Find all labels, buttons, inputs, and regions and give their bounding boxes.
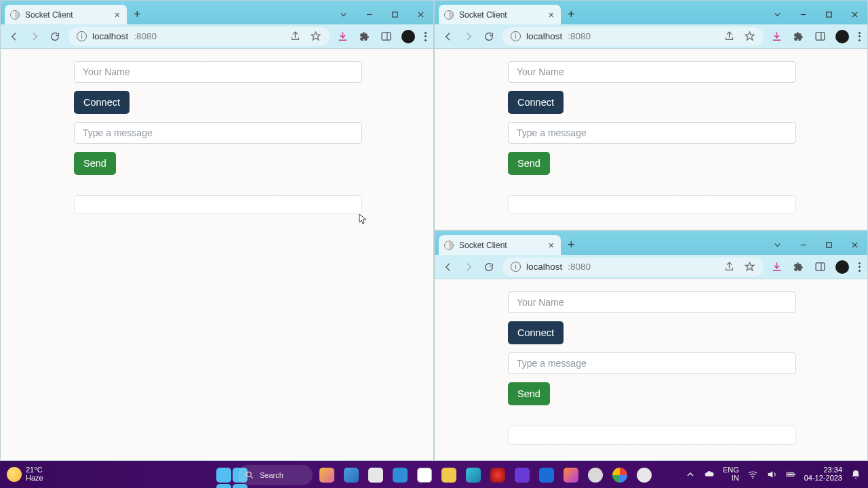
taskbar-app-icon[interactable] <box>536 465 557 485</box>
name-input[interactable] <box>508 291 796 313</box>
reload-button[interactable] <box>482 260 496 274</box>
chevron-down-icon[interactable] <box>330 4 356 24</box>
taskbar-app-icon[interactable] <box>488 465 508 485</box>
taskbar-app-icon[interactable] <box>341 465 361 485</box>
message-input[interactable] <box>508 352 796 374</box>
taskbar-app-icon[interactable] <box>317 465 337 485</box>
taskbar-app-icon[interactable] <box>561 465 581 485</box>
kebab-menu-icon[interactable] <box>425 32 427 41</box>
sidepanel-icon[interactable] <box>814 30 826 43</box>
send-button[interactable]: Send <box>508 382 550 405</box>
connect-button[interactable]: Connect <box>74 91 130 114</box>
download-icon[interactable] <box>770 261 783 273</box>
sidepanel-icon[interactable] <box>814 261 826 273</box>
bookmark-star-icon[interactable] <box>743 261 755 273</box>
globe-icon <box>444 241 454 250</box>
profile-avatar[interactable] <box>835 260 849 274</box>
download-icon[interactable] <box>770 30 783 43</box>
battery-icon[interactable] <box>785 469 796 480</box>
browser-tab[interactable]: Socket Client × <box>439 235 561 255</box>
send-button[interactable]: Send <box>74 152 116 175</box>
forward-button[interactable] <box>462 30 475 43</box>
address-bar[interactable]: i localhost:8080 <box>502 258 764 277</box>
browser-tab[interactable]: Socket Client × <box>439 5 561 24</box>
message-input[interactable] <box>508 122 796 144</box>
close-window-button[interactable] <box>842 235 867 255</box>
profile-avatar[interactable] <box>401 30 415 43</box>
sidepanel-icon[interactable] <box>380 30 392 43</box>
page-content: Connect Send <box>435 49 867 230</box>
forward-button[interactable] <box>28 30 41 43</box>
taskbar-app-icon[interactable] <box>439 465 459 485</box>
onedrive-icon[interactable] <box>704 469 715 480</box>
start-button[interactable] <box>214 465 234 485</box>
site-info-icon[interactable]: i <box>77 31 87 41</box>
taskbar-app-icon[interactable] <box>610 465 630 485</box>
back-button[interactable] <box>7 30 21 43</box>
maximize-button[interactable] <box>382 4 408 24</box>
chevron-up-icon[interactable] <box>685 469 696 480</box>
kebab-menu-icon[interactable] <box>859 32 861 41</box>
close-tab-icon[interactable]: × <box>115 9 120 20</box>
minimize-button[interactable] <box>356 4 382 24</box>
back-button[interactable] <box>441 260 455 274</box>
reload-button[interactable] <box>482 30 496 43</box>
taskbar-app-icon[interactable] <box>414 465 435 485</box>
taskbar-app-icon[interactable] <box>463 465 484 485</box>
share-icon[interactable] <box>723 30 735 43</box>
kebab-menu-icon[interactable] <box>859 262 861 272</box>
share-icon[interactable] <box>289 30 301 43</box>
clock[interactable]: 23:34 04-12-2023 <box>804 466 842 482</box>
back-button[interactable] <box>441 30 455 43</box>
name-input[interactable] <box>74 61 362 83</box>
site-info-icon[interactable]: i <box>511 31 521 41</box>
messages-panel <box>74 195 362 214</box>
taskbar-search[interactable]: Search <box>238 465 313 485</box>
send-button[interactable]: Send <box>508 152 550 175</box>
windows-taskbar[interactable]: 21°C Haze Search ENG IN <box>0 461 868 488</box>
search-icon <box>245 470 254 480</box>
notifications-icon[interactable] <box>850 469 861 480</box>
message-input[interactable] <box>74 122 362 144</box>
connect-button[interactable]: Connect <box>508 321 564 344</box>
taskbar-app-icon[interactable] <box>366 465 386 485</box>
name-input[interactable] <box>508 61 796 83</box>
minimize-button[interactable] <box>790 235 816 255</box>
taskbar-app-icon[interactable] <box>512 465 532 485</box>
extensions-icon[interactable] <box>792 30 804 43</box>
site-info-icon[interactable]: i <box>511 262 521 272</box>
weather-widget[interactable]: 21°C Haze <box>7 466 43 482</box>
new-tab-button[interactable]: + <box>561 7 582 24</box>
language-indicator[interactable]: ENG IN <box>723 466 739 482</box>
profile-avatar[interactable] <box>835 30 849 43</box>
download-icon[interactable] <box>336 30 349 43</box>
maximize-button[interactable] <box>816 4 842 24</box>
extensions-icon[interactable] <box>792 261 804 273</box>
wifi-icon[interactable] <box>747 469 758 480</box>
browser-tab[interactable]: Socket Client × <box>5 5 127 24</box>
close-tab-icon[interactable]: × <box>549 240 554 251</box>
reload-button[interactable] <box>48 30 62 43</box>
forward-button[interactable] <box>462 260 475 274</box>
close-window-button[interactable] <box>408 4 433 24</box>
close-window-button[interactable] <box>842 4 867 24</box>
volume-icon[interactable] <box>766 469 777 480</box>
bookmark-star-icon[interactable] <box>743 30 755 43</box>
maximize-button[interactable] <box>816 235 842 255</box>
address-bar[interactable]: i localhost:8080 <box>68 27 330 46</box>
chevron-down-icon[interactable] <box>764 235 790 255</box>
taskbar-app-icon[interactable] <box>634 465 654 485</box>
taskbar-app-icon[interactable] <box>390 465 410 485</box>
address-bar[interactable]: i localhost:8080 <box>502 27 764 46</box>
chevron-down-icon[interactable] <box>764 4 790 24</box>
bookmark-star-icon[interactable] <box>309 30 321 43</box>
close-tab-icon[interactable]: × <box>549 9 554 20</box>
taskbar-app-icon[interactable] <box>585 465 606 485</box>
globe-icon <box>10 10 20 20</box>
extensions-icon[interactable] <box>358 30 370 43</box>
minimize-button[interactable] <box>790 4 816 24</box>
share-icon[interactable] <box>723 261 735 273</box>
new-tab-button[interactable]: + <box>561 238 582 255</box>
new-tab-button[interactable]: + <box>127 7 148 24</box>
connect-button[interactable]: Connect <box>508 91 564 114</box>
